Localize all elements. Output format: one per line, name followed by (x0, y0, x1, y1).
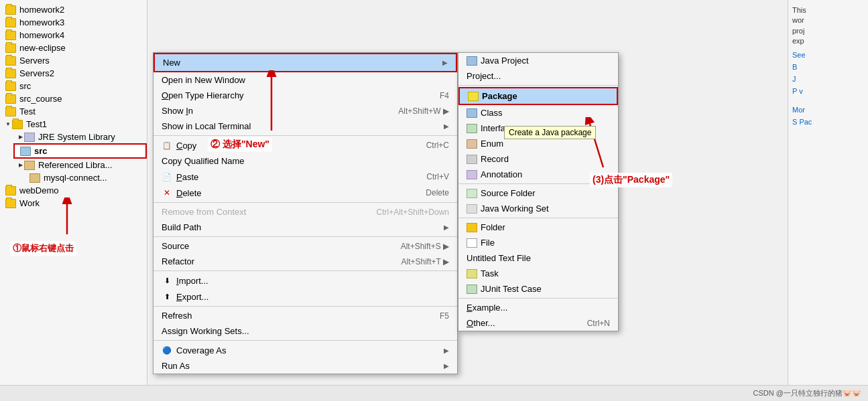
refactor-label: Refactor (162, 256, 388, 266)
paste-shortcut: Ctrl+V (426, 172, 449, 181)
task-label: Task (481, 268, 499, 278)
ref-lib-icon (24, 161, 35, 170)
right-panel-link-s-pac[interactable]: S Pac (792, 118, 864, 126)
sidebar-item-new-eclipse[interactable]: new-eclipse (0, 42, 147, 54)
right-panel-link-see[interactable]: See (792, 51, 864, 59)
source-label: Source (162, 241, 387, 251)
submenu-separator-2 (458, 183, 618, 184)
sidebar-item-src[interactable]: src (0, 80, 147, 92)
right-panel-link-pv[interactable]: P v (792, 87, 864, 95)
submenu-item-source-folder[interactable]: Source Folder (458, 185, 618, 201)
assign-working-sets-label: Assign Working Sets... (162, 326, 449, 336)
java-project-label: Java Project (481, 56, 529, 66)
file-label: File (481, 238, 495, 248)
menu-item-delete[interactable]: ✕ Delete Delete (153, 185, 457, 201)
sidebar-item-homework2[interactable]: homework2 (0, 3, 147, 16)
menu-item-refresh[interactable]: Refresh F5 (153, 308, 457, 323)
enum-icon (467, 139, 477, 149)
menu-item-remove-context[interactable]: Remove from Context Ctrl+Alt+Shift+Down (153, 204, 457, 220)
submenu-item-untitled-text-file[interactable]: Untitled Text File (458, 250, 618, 266)
right-panel-link-more[interactable]: Mor (792, 106, 864, 114)
sidebar-item-src-course[interactable]: src_course (0, 92, 147, 105)
mysql-icon (29, 173, 40, 183)
import-label: Import... (176, 276, 208, 286)
sidebar-item-webdemo[interactable]: webDemo (0, 184, 147, 197)
sidebar-item-jre[interactable]: ▶ JRE System Library (13, 131, 147, 143)
submenu-item-junit[interactable]: JUnit Test Case (458, 281, 618, 297)
sidebar-item-homework3[interactable]: homework3 (0, 16, 147, 29)
menu-item-copy[interactable]: 📋 Copy Ctrl+C (153, 137, 457, 153)
folder-icon (5, 56, 16, 66)
submenu-item-file[interactable]: File (458, 235, 618, 250)
menu-item-assign-working-sets[interactable]: Assign Working Sets... (153, 323, 457, 339)
sidebar-item-servers2[interactable]: Servers2 (0, 67, 147, 80)
package-icon (468, 92, 479, 101)
enum-label: Enum (481, 139, 503, 149)
menu-item-copy-qualified[interactable]: Copy Qualified Name (153, 153, 457, 169)
menu-item-export[interactable]: ⬆ Export... (153, 289, 457, 305)
folder-icon (5, 82, 16, 91)
sidebar-item-src-highlighted[interactable]: src (13, 143, 147, 159)
sidebar-item-homework4[interactable]: homework4 (0, 29, 147, 42)
copy-qualified-label: Copy Qualified Name (162, 156, 449, 166)
junit-icon-sm (467, 285, 477, 294)
submenu-item-interface[interactable]: Interface (458, 121, 618, 136)
submenu-item-annotation[interactable]: Annotation (458, 167, 618, 182)
java-project-icon (467, 56, 477, 66)
menu-item-show-in[interactable]: Show In Alt+Shift+W ▶ (153, 103, 457, 118)
submenu-item-folder[interactable]: Folder (458, 220, 618, 235)
menu-item-coverage-as[interactable]: 🔵 Coverage As ▶ (153, 342, 457, 358)
menu-item-source[interactable]: Source Alt+Shift+S ▶ (153, 238, 457, 254)
menu-item-open-type-hierarchy[interactable]: Open Type Hierarchy F4 (153, 88, 457, 103)
menu-item-new[interactable]: New ▶ (153, 53, 457, 72)
folder-icon (5, 186, 16, 195)
delete-label: Delete (176, 188, 202, 198)
src-icon (20, 147, 31, 156)
file-icon-sm (467, 238, 477, 248)
submenu-item-record[interactable]: Record (458, 151, 618, 167)
sidebar-item-test[interactable]: Test (0, 105, 147, 118)
menu-item-open-new-window[interactable]: Open in New Window (153, 72, 457, 88)
submenu-item-example[interactable]: Example... (458, 300, 618, 315)
menu-item-paste[interactable]: 📄 Paste Ctrl+V (153, 169, 457, 185)
submenu-separator-3 (458, 218, 618, 218)
folder-icon (5, 199, 16, 208)
submenu-item-java-project[interactable]: Java Project (458, 53, 618, 68)
submenu-item-project[interactable]: Project... (458, 68, 618, 84)
coverage-as-label: Coverage As (176, 345, 226, 355)
refresh-shortcut: F5 (440, 311, 449, 321)
sidebar-item-test1[interactable]: ▼ Test1 (0, 118, 147, 131)
sidebar-item-work[interactable]: Work (0, 197, 147, 210)
submenu-item-package[interactable]: Package (458, 87, 618, 105)
java-working-set-label: Java Working Set (481, 204, 549, 214)
submenu-item-task[interactable]: Task (458, 266, 618, 281)
paste-label: Paste (176, 172, 198, 182)
submenu-item-other[interactable]: Other... Ctrl+N (458, 315, 618, 331)
right-panel-link-b[interactable]: B (792, 63, 864, 71)
separator-5 (153, 306, 457, 307)
folder-icon (5, 5, 16, 15)
folder-icon (5, 107, 16, 116)
submenu-item-enum[interactable]: Enum (458, 136, 618, 151)
source-folder-icon (467, 189, 477, 198)
menu-item-build-path[interactable]: Build Path ▶ (153, 220, 457, 235)
sidebar-item-ref-lib[interactable]: ▶ Referenced Libra... (13, 159, 147, 171)
separator-3 (153, 236, 457, 237)
menu-item-refactor[interactable]: Refactor Alt+Shift+T ▶ (153, 254, 457, 269)
record-label: Record (481, 154, 509, 164)
source-shortcut: Alt+Shift+S ▶ (401, 242, 449, 251)
submenu-item-class[interactable]: Class (458, 105, 618, 121)
menu-item-run-as[interactable]: Run As ▶ (153, 358, 457, 374)
submenu-item-java-working-set[interactable]: Java Working Set (458, 201, 618, 216)
sidebar-item-servers[interactable]: Servers (0, 54, 147, 67)
folder-icon (5, 18, 16, 27)
refresh-label: Refresh (162, 311, 426, 321)
folder-icon (5, 44, 16, 53)
sidebar-item-mysql[interactable]: mysql-connect... (24, 171, 147, 184)
menu-item-import[interactable]: ⬇ Import... (153, 272, 457, 289)
menu-item-show-local-terminal[interactable]: Show in Local Terminal ▶ (153, 118, 457, 134)
export-label: Export... (176, 292, 208, 302)
untitled-text-file-label: Untitled Text File (467, 253, 531, 263)
right-panel-link-j[interactable]: J (792, 75, 864, 83)
sidebar: homework2 homework3 homework4 new-eclips… (0, 0, 147, 385)
